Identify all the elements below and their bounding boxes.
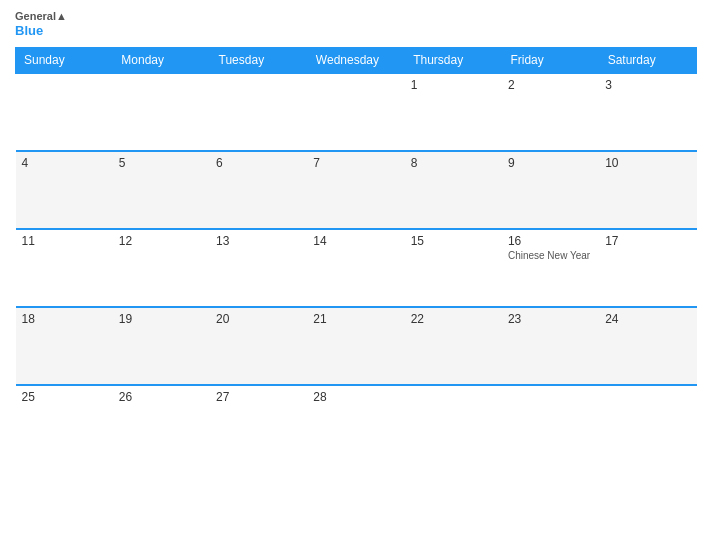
day-header-wednesday: Wednesday <box>307 47 404 73</box>
week-row-1: 123 <box>16 73 697 151</box>
day-number: 2 <box>508 78 593 92</box>
calendar-cell: 25 <box>16 385 113 463</box>
calendar-cell: 7 <box>307 151 404 229</box>
calendar-cell: 22 <box>405 307 502 385</box>
day-number: 26 <box>119 390 204 404</box>
day-number: 23 <box>508 312 593 326</box>
day-number: 19 <box>119 312 204 326</box>
calendar-cell: 8 <box>405 151 502 229</box>
logo-general: General▲ <box>15 10 67 23</box>
calendar-cell: 28 <box>307 385 404 463</box>
calendar-cell: 18 <box>16 307 113 385</box>
calendar-cell: 2 <box>502 73 599 151</box>
day-number: 14 <box>313 234 398 248</box>
calendar-container: General▲ Blue SundayMondayTuesdayWednesd… <box>0 0 712 550</box>
logo: General▲ Blue <box>15 10 67 39</box>
calendar-cell: 3 <box>599 73 696 151</box>
day-number: 12 <box>119 234 204 248</box>
logo-blue: Blue <box>15 23 67 39</box>
calendar-cell: 16Chinese New Year <box>502 229 599 307</box>
calendar-cell: 19 <box>113 307 210 385</box>
calendar-cell: 20 <box>210 307 307 385</box>
day-number: 11 <box>22 234 107 248</box>
event-label: Chinese New Year <box>508 250 593 261</box>
calendar-cell: 27 <box>210 385 307 463</box>
calendar-cell: 13 <box>210 229 307 307</box>
day-number: 3 <box>605 78 690 92</box>
calendar-cell: 23 <box>502 307 599 385</box>
day-number: 1 <box>411 78 496 92</box>
calendar-cell: 9 <box>502 151 599 229</box>
day-number: 4 <box>22 156 107 170</box>
week-row-4: 18192021222324 <box>16 307 697 385</box>
day-number: 7 <box>313 156 398 170</box>
days-header-row: SundayMondayTuesdayWednesdayThursdayFrid… <box>16 47 697 73</box>
day-header-thursday: Thursday <box>405 47 502 73</box>
calendar-cell: 6 <box>210 151 307 229</box>
calendar-cell: 11 <box>16 229 113 307</box>
day-header-tuesday: Tuesday <box>210 47 307 73</box>
calendar-cell: 4 <box>16 151 113 229</box>
day-header-friday: Friday <box>502 47 599 73</box>
calendar-cell <box>210 73 307 151</box>
calendar-cell <box>599 385 696 463</box>
day-number: 10 <box>605 156 690 170</box>
day-number: 17 <box>605 234 690 248</box>
day-header-monday: Monday <box>113 47 210 73</box>
calendar-cell: 1 <box>405 73 502 151</box>
calendar-cell <box>307 73 404 151</box>
day-number: 15 <box>411 234 496 248</box>
day-number: 20 <box>216 312 301 326</box>
calendar-cell: 12 <box>113 229 210 307</box>
day-number: 8 <box>411 156 496 170</box>
calendar-cell <box>113 73 210 151</box>
week-row-3: 111213141516Chinese New Year17 <box>16 229 697 307</box>
calendar-cell <box>405 385 502 463</box>
calendar-cell: 17 <box>599 229 696 307</box>
calendar-cell: 15 <box>405 229 502 307</box>
day-number: 27 <box>216 390 301 404</box>
week-row-5: 25262728 <box>16 385 697 463</box>
week-row-2: 45678910 <box>16 151 697 229</box>
day-number: 18 <box>22 312 107 326</box>
calendar-cell: 24 <box>599 307 696 385</box>
calendar-cell: 21 <box>307 307 404 385</box>
calendar-cell <box>502 385 599 463</box>
day-number: 22 <box>411 312 496 326</box>
calendar-cell: 10 <box>599 151 696 229</box>
calendar-table: SundayMondayTuesdayWednesdayThursdayFrid… <box>15 47 697 463</box>
calendar-cell: 26 <box>113 385 210 463</box>
day-number: 5 <box>119 156 204 170</box>
day-number: 25 <box>22 390 107 404</box>
calendar-cell <box>16 73 113 151</box>
day-number: 24 <box>605 312 690 326</box>
day-number: 9 <box>508 156 593 170</box>
calendar-cell: 5 <box>113 151 210 229</box>
day-number: 13 <box>216 234 301 248</box>
day-header-saturday: Saturday <box>599 47 696 73</box>
day-header-sunday: Sunday <box>16 47 113 73</box>
day-number: 28 <box>313 390 398 404</box>
day-number: 6 <box>216 156 301 170</box>
calendar-header: General▲ Blue <box>15 10 697 47</box>
calendar-cell: 14 <box>307 229 404 307</box>
day-number: 21 <box>313 312 398 326</box>
day-number: 16 <box>508 234 593 248</box>
